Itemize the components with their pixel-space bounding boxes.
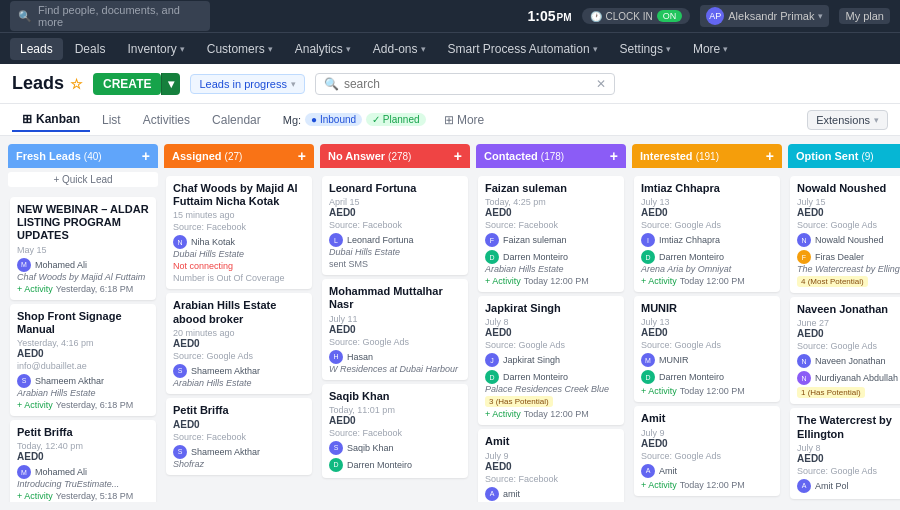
card-source-label: Source: Google Ads <box>797 220 900 230</box>
add-interested-button[interactable]: + <box>766 148 774 164</box>
add-fresh-button[interactable]: + <box>142 148 150 164</box>
card-meta2: F Firas Dealer <box>797 250 900 264</box>
tab-list[interactable]: List <box>92 109 131 131</box>
nav-item-inventory[interactable]: Inventory ▾ <box>117 38 194 60</box>
inbound-badge[interactable]: ● Inbound <box>305 113 362 126</box>
lead-card[interactable]: MUNIR July 13 AED0 Source: Google Ads M … <box>634 296 780 402</box>
avatar: AP <box>706 7 724 25</box>
lead-card[interactable]: Naveen Jonathan June 27 AED0 Source: Goo… <box>790 297 900 404</box>
clock-icon: 🕐 <box>590 11 602 22</box>
card-meta: N Niha Kotak <box>173 235 305 249</box>
lead-card[interactable]: Petit Briffa Today, 12:40 pm AED0 M Moha… <box>10 420 156 502</box>
card-person: Japkirat Singh <box>503 355 560 365</box>
lead-card[interactable]: Mohammad Muttalhar Nasr July 11 AED0 Sou… <box>322 279 468 379</box>
nav-item-customers[interactable]: Customers ▾ <box>197 38 283 60</box>
nav-item-automation[interactable]: Smart Process Automation ▾ <box>438 38 608 60</box>
clock-in-button[interactable]: 🕐 CLOCK IN ON <box>582 8 691 24</box>
card-amount: AED0 <box>17 451 149 462</box>
nav-label-more: More <box>693 42 720 56</box>
nav-item-addons[interactable]: Add-ons ▾ <box>363 38 436 60</box>
card-meta: L Leonard Fortuna <box>329 233 461 247</box>
chevron-down-icon: ▾ <box>723 44 728 54</box>
add-assigned-button[interactable]: + <box>298 148 306 164</box>
card-person: Shameem Akthar <box>191 447 260 457</box>
my-plan-button[interactable]: My plan <box>839 8 890 24</box>
card-source-label: Source: Google Ads <box>641 451 773 461</box>
card-meta2: D Darren Monteiro <box>485 250 617 264</box>
card-person2: Nurdiyanah Abdullah <box>815 373 898 383</box>
card-project: Arabian Hills Estate <box>17 388 149 398</box>
more-filter-label: ⊞ More <box>444 113 485 127</box>
create-dropdown-button[interactable]: ▾ <box>161 73 180 95</box>
user-menu[interactable]: AP Aleksandr Primak ▾ <box>700 5 829 27</box>
card-source-label: Source: Facebook <box>173 432 305 442</box>
card-time: July 9 <box>641 428 773 438</box>
lead-card[interactable]: Japkirat Singh July 8 AED0 Source: Googl… <box>478 296 624 425</box>
column-title-contacted: Contacted (178) <box>484 150 564 162</box>
card-person2: Darren Monteiro <box>503 252 568 262</box>
tab-kanban[interactable]: ⊞ Kanban <box>12 108 90 132</box>
card-meta2: D Darren Monteiro <box>485 370 617 384</box>
extensions-button[interactable]: Extensions ▾ <box>807 110 888 130</box>
clock-toggle: ON <box>657 10 683 22</box>
lead-card[interactable]: The Watercrest by Ellington July 8 AED0 … <box>790 408 900 498</box>
close-icon[interactable]: ✕ <box>596 77 606 91</box>
lead-card[interactable]: Faizan suleman Today, 4:25 pm AED0 Sourc… <box>478 176 624 292</box>
avatar: S <box>173 364 187 378</box>
card-amount: AED0 <box>485 461 617 472</box>
lead-card[interactable]: Nowald Noushed July 15 AED0 Source: Goog… <box>790 176 900 293</box>
more-filter-button[interactable]: ⊞ More <box>434 109 495 131</box>
column-title-option-sent: Option Sent (9) <box>796 150 874 162</box>
lead-card[interactable]: Amit July 9 AED0 Source: Facebook A amit… <box>478 429 624 502</box>
add-contacted-button[interactable]: + <box>610 148 618 164</box>
card-activity: + Activity Today 12:00 PM <box>485 409 617 419</box>
card-meta: J Japkirat Singh <box>485 353 617 367</box>
create-label: CREATE <box>103 77 151 91</box>
filter-group: Mg: ● Inbound ✓ Planned ⊞ More <box>283 109 494 131</box>
card-name: Imtiaz Chhapra <box>641 182 773 195</box>
lead-card[interactable]: NEW WEBINAR – ALDAR LISTING PROGRAM UPDA… <box>10 197 156 300</box>
card-time: July 9 <box>485 451 617 461</box>
nav-item-settings[interactable]: Settings ▾ <box>610 38 681 60</box>
card-person: Hasan <box>347 352 373 362</box>
global-search[interactable]: 🔍 Find people, documents, and more <box>10 1 210 31</box>
leads-search[interactable]: 🔍 ✕ <box>315 73 615 95</box>
nav-item-deals[interactable]: Deals <box>65 38 116 60</box>
create-button[interactable]: CREATE <box>93 73 161 95</box>
card-person: Imtiaz Chhapra <box>659 235 720 245</box>
pipeline-select[interactable]: Leads in progress ▾ <box>190 74 304 94</box>
column-fresh-leads: Fresh Leads (40) + + Quick Lead NEW WEBI… <box>8 144 158 502</box>
card-meta: S Shameem Akthar <box>173 364 305 378</box>
tab-activities[interactable]: Activities <box>133 109 200 131</box>
planned-badge[interactable]: ✓ Planned <box>366 113 425 126</box>
lead-card[interactable]: Chaf Woods by Majid Al Futtaim Nicha Kot… <box>166 176 312 289</box>
favorite-icon[interactable]: ☆ <box>70 76 83 92</box>
avatar: M <box>17 258 31 272</box>
lead-card[interactable]: Saqib Khan Today, 11:01 pm AED0 Source: … <box>322 384 468 478</box>
clock-label: CLOCK IN <box>606 11 653 22</box>
leads-title-text: Leads <box>12 73 64 94</box>
quick-add-fresh[interactable]: + Quick Lead <box>8 172 158 187</box>
lead-card[interactable]: Leonard Fortuna April 15 AED0 Source: Fa… <box>322 176 468 275</box>
card-person: Amit Pol <box>815 481 849 491</box>
lead-card[interactable]: Imtiaz Chhapra July 13 AED0 Source: Goog… <box>634 176 780 292</box>
chevron-down-icon: ▾ <box>346 44 351 54</box>
card-amount: AED0 <box>641 438 773 449</box>
nav-item-more[interactable]: More ▾ <box>683 38 738 60</box>
card-name: Naveen Jonathan <box>797 303 900 316</box>
avatar: N <box>173 235 187 249</box>
lead-card[interactable]: Amit July 9 AED0 Source: Google Ads A Am… <box>634 406 780 495</box>
tab-calendar[interactable]: Calendar <box>202 109 271 131</box>
card-person: Amit <box>659 466 677 476</box>
lead-card[interactable]: Arabian Hills Estate abood broker 20 min… <box>166 293 312 393</box>
chevron-down-icon: ▾ <box>268 44 273 54</box>
lead-card[interactable]: Shop Front Signage Manual Yesterday, 4:1… <box>10 304 156 416</box>
lead-card[interactable]: Petit Briffa AED0 Source: Facebook S Sha… <box>166 398 312 475</box>
nav-label-leads: Leads <box>20 42 53 56</box>
nav-item-leads[interactable]: Leads <box>10 38 63 60</box>
nav-item-analytics[interactable]: Analytics ▾ <box>285 38 361 60</box>
chevron-down-icon: ▾ <box>666 44 671 54</box>
leads-search-input[interactable] <box>344 77 591 91</box>
search-placeholder: Find people, documents, and more <box>38 4 202 28</box>
add-no-answer-button[interactable]: + <box>454 148 462 164</box>
